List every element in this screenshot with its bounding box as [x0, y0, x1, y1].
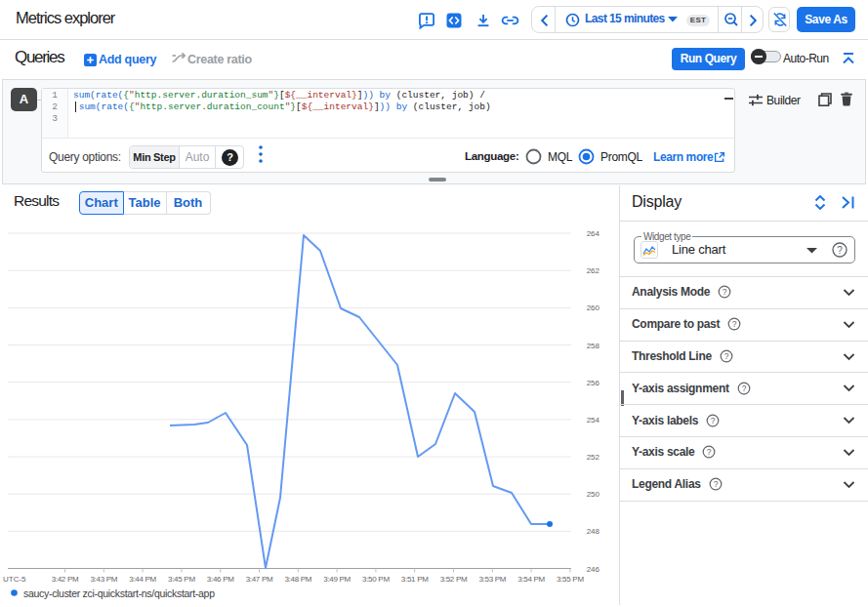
svg-text:?: ?: [732, 319, 737, 329]
svg-text:?: ?: [707, 447, 712, 457]
svg-text:3:44 PM: 3:44 PM: [129, 575, 156, 584]
svg-text:3:55 PM: 3:55 PM: [557, 575, 584, 584]
svg-text:3:54 PM: 3:54 PM: [517, 575, 545, 584]
svg-text:260: 260: [587, 304, 600, 312]
svg-text:3:49 PM: 3:49 PM: [323, 575, 351, 584]
svg-text:254: 254: [587, 416, 600, 425]
svg-text:?: ?: [723, 287, 727, 297]
svg-text:262: 262: [587, 266, 600, 275]
svg-text:3:50 PM: 3:50 PM: [362, 575, 390, 584]
svg-text:258: 258: [587, 342, 600, 350]
svg-text:3:45 PM: 3:45 PM: [168, 575, 195, 584]
svg-text:264: 264: [587, 229, 600, 238]
svg-text:252: 252: [587, 453, 600, 462]
svg-text:3:43 PM: 3:43 PM: [90, 575, 117, 584]
svg-text:?: ?: [723, 351, 728, 361]
svg-text:?: ?: [713, 479, 718, 489]
svg-text:256: 256: [587, 379, 600, 387]
svg-text:3:46 PM: 3:46 PM: [207, 575, 234, 584]
svg-text:246: 246: [587, 565, 600, 574]
svg-text:?: ?: [741, 384, 746, 393]
svg-text:3:47 PM: 3:47 PM: [246, 575, 273, 584]
svg-text:3:53 PM: 3:53 PM: [478, 575, 506, 584]
svg-text:250: 250: [587, 490, 600, 499]
svg-text:3:42 PM: 3:42 PM: [52, 575, 79, 584]
svg-text:?: ?: [837, 245, 843, 256]
svg-text:248: 248: [587, 527, 600, 536]
svg-text:3:48 PM: 3:48 PM: [284, 575, 311, 584]
svg-text:3:51 PM: 3:51 PM: [401, 575, 429, 584]
svg-text:3:52 PM: 3:52 PM: [440, 575, 468, 584]
svg-text:?: ?: [711, 416, 716, 425]
svg-text:UTC-5: UTC-5: [3, 575, 26, 584]
svg-text:saucy-cluster zci-quickstart-n: saucy-cluster zci-quickstart-ns/quicksta…: [23, 587, 215, 599]
